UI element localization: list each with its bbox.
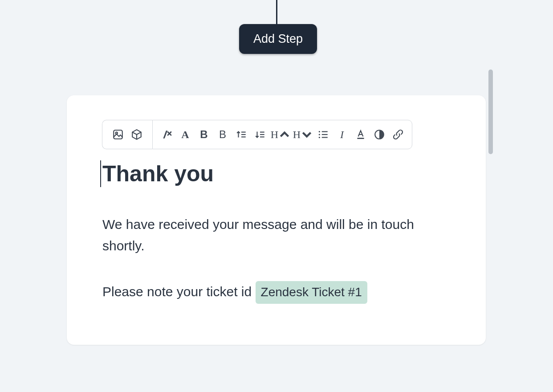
- heading-decrease-button[interactable]: H: [292, 125, 314, 144]
- bullet-list-icon[interactable]: [314, 125, 333, 144]
- content-paragraph[interactable]: Please note your ticket id Zendesk Ticke…: [102, 281, 450, 304]
- editor-content[interactable]: Thank you We have received your message …: [102, 160, 450, 304]
- weight-button[interactable]: B: [213, 125, 232, 144]
- svg-point-9: [319, 134, 320, 135]
- font-a-label: A: [181, 129, 189, 141]
- chevron-down-icon: [301, 129, 313, 140]
- scrollbar-thumb[interactable]: [488, 69, 493, 154]
- heading-h-label: H: [293, 129, 301, 141]
- content-heading[interactable]: Thank you: [100, 160, 450, 187]
- image-icon[interactable]: [109, 125, 127, 144]
- clear-format-icon[interactable]: [157, 125, 176, 144]
- cube-icon[interactable]: [127, 125, 146, 144]
- font-serif-button[interactable]: A: [176, 125, 195, 144]
- weight-label: B: [219, 128, 226, 141]
- bold-label: B: [200, 128, 207, 141]
- bold-button[interactable]: B: [195, 125, 213, 144]
- italic-label: I: [340, 129, 344, 141]
- chevron-up-icon: [279, 129, 290, 140]
- text-color-icon[interactable]: [351, 125, 370, 144]
- connector-line: [276, 0, 277, 24]
- heading-h-label: H: [271, 129, 278, 141]
- sort-desc-icon[interactable]: [251, 125, 269, 144]
- svg-rect-0: [114, 130, 122, 139]
- add-step-button[interactable]: Add Step: [239, 24, 317, 54]
- svg-point-8: [319, 131, 320, 132]
- toolbar-group-insert: [102, 120, 152, 149]
- ticket-prefix-text: Please note your ticket id: [102, 284, 256, 299]
- ticket-chip[interactable]: Zendesk Ticket #1: [256, 281, 367, 304]
- link-icon[interactable]: [389, 125, 407, 144]
- editor-toolbar: A B B H H I: [102, 120, 412, 149]
- highlight-icon[interactable]: [370, 125, 389, 144]
- toolbar-group-format: A B B H H I: [152, 120, 412, 149]
- heading-increase-button[interactable]: H: [269, 125, 292, 144]
- italic-button[interactable]: I: [333, 125, 351, 144]
- svg-point-10: [319, 137, 320, 138]
- sort-asc-icon[interactable]: [232, 125, 251, 144]
- content-paragraph[interactable]: We have received your message and will b…: [102, 214, 450, 257]
